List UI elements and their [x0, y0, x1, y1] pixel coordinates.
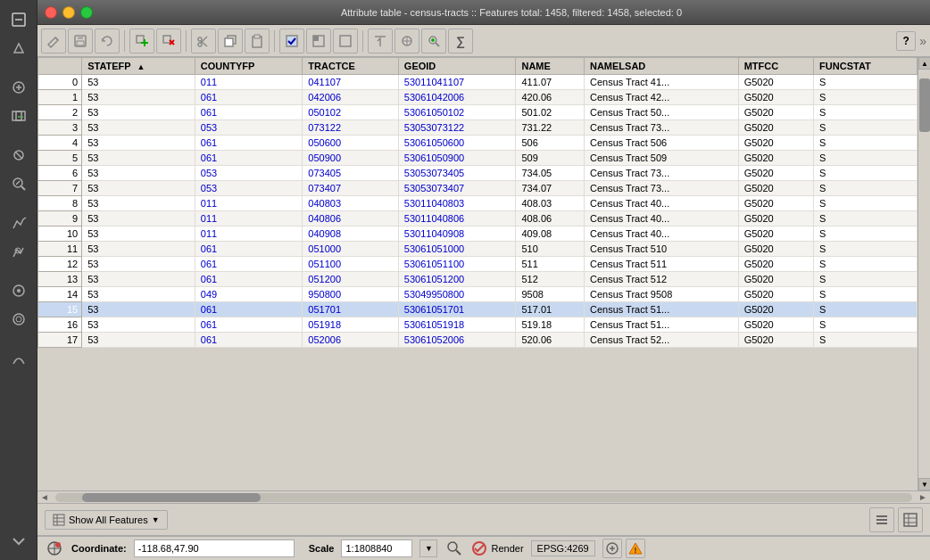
save-button[interactable]: [68, 29, 93, 54]
cut-button[interactable]: [191, 29, 216, 54]
cell-statefp: 53: [82, 166, 195, 181]
cell-namelsad: Census Tract 51...: [584, 302, 738, 317]
col-header-countyfp[interactable]: COUNTYFP: [195, 58, 303, 75]
left-tool-6[interactable]: [6, 171, 31, 196]
col-header-statefp[interactable]: STATEFP ▲: [82, 58, 195, 75]
warning-status-button[interactable]: !: [626, 539, 645, 558]
left-tool-8[interactable]: [6, 239, 31, 264]
table-row[interactable]: 135306105120053061051200512Census Tract …: [38, 272, 918, 287]
field-calc-button[interactable]: ∑: [448, 29, 473, 54]
minimize-button[interactable]: [62, 6, 75, 19]
svg-point-15: [16, 317, 21, 322]
move-top-button[interactable]: [368, 29, 393, 54]
cell-name: 510: [516, 242, 584, 257]
edit-button[interactable]: [41, 29, 66, 54]
reload-button[interactable]: [95, 29, 120, 54]
col-header-namelsad[interactable]: NAMELSAD: [584, 58, 738, 75]
table-view-button[interactable]: [898, 507, 923, 532]
table-row[interactable]: 95301104080653011040806408.06Census Trac…: [38, 211, 918, 226]
table-row[interactable]: 175306105200653061052006520.06Census Tra…: [38, 333, 918, 348]
left-tool-5[interactable]: [6, 143, 31, 168]
horizontal-scrollbar[interactable]: ◄ ►: [37, 490, 930, 503]
paste-button[interactable]: [245, 29, 270, 54]
h-scroll-track[interactable]: [55, 493, 912, 502]
left-tool-3[interactable]: [6, 75, 31, 100]
left-tool-10[interactable]: [6, 307, 31, 332]
maximize-button[interactable]: [80, 6, 93, 19]
list-view-button[interactable]: [869, 507, 894, 532]
table-row[interactable]: 45306105060053061050600506Census Tract 5…: [38, 136, 918, 151]
magnifier-icon[interactable]: [444, 539, 464, 558]
table-row[interactable]: 155306105170153061051701517.01Census Tra…: [38, 302, 918, 317]
scale-dropdown-button[interactable]: ▼: [419, 539, 437, 557]
cell-funcstat: S: [814, 226, 918, 242]
col-header-funcstat[interactable]: FUNCSTAT: [814, 58, 918, 75]
left-tool-1[interactable]: [6, 7, 31, 32]
invert-selection-button[interactable]: [306, 29, 331, 54]
vertical-scrollbar[interactable]: ▲ ▼: [918, 57, 930, 490]
table-row[interactable]: 35305307312253053073122731.22Census Trac…: [38, 120, 918, 136]
table-row[interactable]: 125306105110053061051100511Census Tract …: [38, 257, 918, 272]
scroll-track[interactable]: [918, 70, 930, 478]
row-number: 6: [38, 166, 82, 181]
pan-map-button[interactable]: [394, 29, 419, 54]
cell-statefp: 53: [82, 242, 195, 257]
cell-tractce: 051200: [303, 272, 398, 287]
scale-input[interactable]: [341, 539, 412, 557]
left-tool-7[interactable]: [6, 210, 31, 235]
render-toggle[interactable]: Render: [471, 540, 523, 556]
svg-rect-18: [78, 36, 83, 39]
delete-button[interactable]: [156, 29, 181, 54]
table-row[interactable]: 115306105100053061051000510Census Tract …: [38, 242, 918, 257]
cell-tractce: 050600: [303, 136, 398, 151]
svg-rect-34: [286, 36, 297, 46]
table-row[interactable]: 55306105090053061050900509Census Tract 5…: [38, 151, 918, 166]
table-row[interactable]: 1453049950800530499508009508Census Tract…: [38, 287, 918, 302]
scroll-right-button[interactable]: ►: [916, 492, 930, 502]
left-tool-4[interactable]: [6, 103, 31, 128]
cell-name: 9508: [516, 287, 584, 302]
cell-namelsad: Census Tract 509: [584, 151, 738, 166]
cell-name: 519.18: [516, 317, 584, 333]
table-row[interactable]: 165306105191853061051918519.18Census Tra…: [38, 317, 918, 333]
table-row[interactable]: 25306105010253061050102501.02Census Trac…: [38, 105, 918, 120]
coordinate-input[interactable]: [134, 539, 295, 557]
col-header-mtfcc[interactable]: MTFCC: [738, 58, 813, 75]
cell-geoid: 53061051000: [398, 242, 516, 257]
table-row[interactable]: 75305307340753053073407734.07Census Trac…: [38, 181, 918, 196]
left-tool-9[interactable]: [6, 278, 31, 303]
copy-button[interactable]: [218, 29, 243, 54]
scroll-thumb[interactable]: [919, 78, 930, 132]
cell-geoid: 53061050900: [398, 151, 516, 166]
left-tool-bottom[interactable]: [6, 528, 31, 553]
table-row[interactable]: 105301104090853011040908409.08Census Tra…: [38, 226, 918, 242]
table-row[interactable]: 05301104110753011041107411.07Census Trac…: [38, 75, 918, 90]
col-header-geoid[interactable]: GEOID: [398, 58, 516, 75]
table-wrapper[interactable]: STATEFP ▲ COUNTYFP TRACTCE GEOID NAME NA…: [37, 57, 918, 490]
close-button[interactable]: [45, 6, 57, 19]
scroll-up-button[interactable]: ▲: [918, 57, 930, 70]
left-tool-2[interactable]: [6, 36, 31, 61]
table-row[interactable]: 65305307340553053073405734.05Census Trac…: [38, 166, 918, 181]
coordinate-icon: [45, 539, 64, 558]
cell-funcstat: S: [814, 166, 918, 181]
cell-mtfcc: G5020: [738, 242, 813, 257]
zoom-in-status-button[interactable]: [602, 539, 622, 558]
zoom-map-button[interactable]: [421, 29, 446, 54]
help-button[interactable]: ?: [896, 31, 916, 51]
col-header-name[interactable]: NAME: [516, 58, 584, 75]
h-scroll-thumb[interactable]: [82, 493, 261, 502]
scroll-down-button[interactable]: ▼: [918, 478, 930, 490]
table-icon: [53, 514, 65, 526]
col-header-tractce[interactable]: TRACTCE: [303, 58, 398, 75]
svg-rect-19: [77, 41, 84, 45]
table-row[interactable]: 85301104080353011040803408.03Census Trac…: [38, 196, 918, 211]
left-tool-11[interactable]: [6, 346, 31, 371]
show-all-button[interactable]: Show All Features ▼: [45, 510, 168, 530]
deselect-button[interactable]: [333, 29, 358, 54]
select-all-button[interactable]: [279, 29, 304, 54]
scroll-left-button[interactable]: ◄: [37, 492, 52, 502]
table-row[interactable]: 15306104200653061042006420.06Census Trac…: [38, 90, 918, 105]
separator-4: [362, 30, 363, 52]
add-feature-button[interactable]: [129, 29, 154, 54]
